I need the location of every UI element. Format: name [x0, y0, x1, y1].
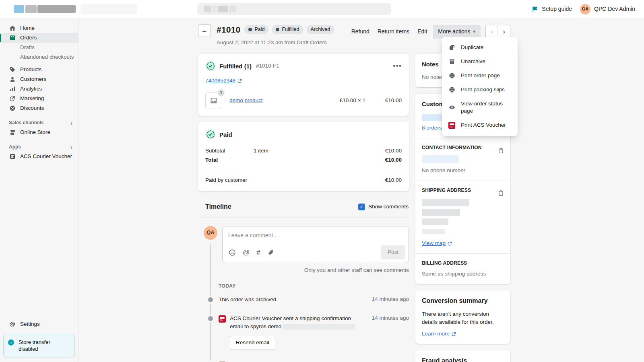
edit-button[interactable]: Edit [413, 25, 431, 38]
line-total: €10.00 [365, 97, 402, 105]
sidebar-item-label: Online Store [20, 129, 50, 136]
menu-item-print-packing-slips[interactable]: Print packing slips [442, 83, 518, 97]
refund-button[interactable]: Refund [347, 25, 374, 38]
payment-card: Paid Subtotal 1 item €10.00 Total [198, 122, 409, 191]
total-value: €10.00 [385, 155, 402, 165]
return-items-button[interactable]: Return items [374, 25, 413, 38]
subtotal-value: €10.00 [385, 146, 402, 155]
chevron-right-icon: › [70, 143, 72, 151]
status-badge-fulfilled: Fulfilled [272, 25, 303, 35]
fulfillment-title: Fulfilled (1) [219, 62, 252, 70]
sidebar-item-drafts[interactable]: Drafts [0, 43, 78, 52]
sidebar-item-acs-courier-voucher[interactable]: ACS Courier Voucher [0, 152, 78, 161]
main-content: ← #1010 Paid Fulfilled [78, 18, 644, 362]
fulfillment-card: Fulfilled (1) #1010-F1 ••• 7400652346 [198, 54, 409, 116]
store-logo[interactable] [14, 5, 24, 13]
sidebar-item-discounts[interactable]: Discounts [0, 103, 78, 113]
timeline-title: Timeline [205, 202, 231, 211]
paid-check-icon [205, 129, 216, 140]
sidebar-item-marketing[interactable]: Marketing [0, 94, 78, 103]
billing-address-heading: BILLING ADDRESS [422, 260, 467, 267]
sidebar-section-sales-channels[interactable]: Sales channels › [0, 118, 78, 128]
copy-icon[interactable] [498, 148, 504, 154]
overflow-menu-icon[interactable]: ••• [393, 62, 402, 70]
sidebar-item-abandoned-checkouts[interactable]: Abandoned checkouts [0, 52, 78, 62]
timeline-event: This order was archived. 14 minutes ago [198, 296, 409, 304]
more-actions-button[interactable]: More actions ▾ [433, 25, 481, 39]
billing-address-text: Same as shipping address [422, 270, 504, 278]
gear-icon [9, 321, 16, 327]
sidebar-item-label: ACS Courier Voucher [20, 153, 72, 160]
timeline-dot [208, 297, 213, 302]
account-menu-button[interactable]: QA QPC Dev Admin [580, 4, 635, 14]
learn-more-link[interactable]: Learn more [422, 330, 456, 338]
menu-item-print-acs-voucher[interactable]: Print ACS Voucher [442, 118, 518, 132]
previous-order-button[interactable]: ‹ [486, 25, 498, 38]
order-date-line: August 2, 2022 at 11:23 am from Draft Or… [217, 39, 334, 47]
menu-item-label: Print ACS Voucher [461, 121, 506, 129]
info-icon [8, 339, 14, 353]
hashtag-icon[interactable]: # [256, 249, 260, 256]
attachment-icon[interactable] [267, 249, 275, 256]
subtotal-row: Subtotal 1 item €10.00 [205, 146, 402, 155]
orders-icon [9, 35, 16, 41]
menu-item-view-order-status-page[interactable]: View order status page [442, 97, 518, 119]
sidebar-item-label: Home [20, 25, 35, 32]
view-map-link[interactable]: View map [422, 240, 452, 247]
emoji-icon[interactable] [229, 249, 236, 256]
store-name-redacted [37, 5, 76, 13]
acs-app-icon [219, 315, 226, 323]
archive-icon [448, 58, 455, 65]
discount-icon [9, 105, 16, 111]
tracking-number-link[interactable]: 7400652346 [205, 77, 242, 85]
sidebar-item-analytics[interactable]: Analytics [0, 84, 78, 94]
quantity-badge: 1 [217, 88, 225, 97]
copy-icon[interactable] [498, 190, 504, 196]
eye-icon [448, 104, 455, 111]
event-time: 14 minutes ago [364, 315, 409, 322]
sidebar-item-home[interactable]: Home [0, 23, 78, 33]
back-button[interactable]: ← [198, 24, 211, 37]
divider [198, 218, 409, 218]
store-transfer-banner[interactable]: Store transfer disabled [3, 334, 75, 358]
conversion-summary-card: Conversion summary There aren't any conv… [415, 290, 510, 344]
duplicate-icon [448, 44, 455, 51]
comment-input[interactable] [223, 226, 409, 243]
store-subtitle-redacted [80, 4, 137, 14]
sidebar-item-orders[interactable]: Orders [0, 33, 78, 43]
sidebar-item-products[interactable]: Products [0, 65, 78, 74]
external-link-icon [448, 241, 452, 246]
account-name: QPC Dev Admin [594, 5, 635, 13]
sidebar-item-online-store[interactable]: Online Store [0, 128, 78, 137]
sidebar-item-label: Drafts [20, 44, 35, 51]
menu-item-unarchive[interactable]: Unarchive [442, 55, 518, 69]
shipping-address-heading: SHIPPING ADDRESS [422, 187, 471, 194]
sidebar-section-apps[interactable]: Apps › [0, 142, 78, 152]
setup-guide-label: Setup guide [542, 5, 572, 13]
next-order-button[interactable]: › [498, 25, 510, 38]
external-link-icon [237, 79, 242, 83]
product-link[interactable]: demo product [229, 97, 263, 105]
more-actions-menu: Duplicate Unarchive Print order page Pri… [442, 37, 518, 136]
external-link-icon [452, 332, 456, 336]
menu-item-duplicate[interactable]: Duplicate [442, 41, 518, 55]
customer-orders-link[interactable]: 8 orders [422, 124, 442, 132]
sidebar-item-label: Customers [20, 76, 46, 83]
sidebar-item-label: Marketing [20, 95, 44, 103]
show-comments-toggle[interactable]: ✓ Show comments [358, 203, 409, 211]
setup-guide-button[interactable]: Setup guide [532, 5, 572, 13]
post-button[interactable]: Post [381, 245, 405, 259]
menu-item-print-order-page[interactable]: Print order page [442, 69, 518, 83]
resend-email-button[interactable]: Resend email [230, 336, 275, 350]
checkbox-checked-icon[interactable]: ✓ [358, 204, 365, 210]
search-text-redacted [229, 6, 236, 12]
sidebar-item-settings[interactable]: Settings [0, 319, 78, 329]
sidebar-item-customers[interactable]: Customers [0, 74, 78, 84]
search-text-redacted [204, 6, 211, 12]
search-text-redacted [212, 6, 217, 12]
mention-icon[interactable]: @ [243, 249, 250, 256]
page-title: #1010 [217, 24, 240, 35]
unit-price: €10.00 × 1 [340, 97, 365, 105]
store-transfer-label: Store transfer disabled [19, 339, 70, 353]
printer-icon [448, 86, 455, 93]
